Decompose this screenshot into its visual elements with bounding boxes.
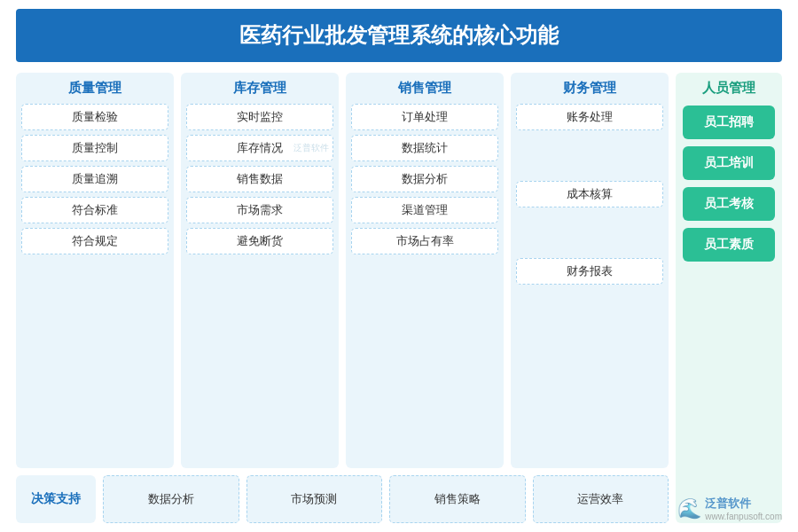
list-item: 销售数据 [186, 166, 333, 192]
watermark-overlay: 泛普软件 [293, 142, 329, 154]
col-quality: 质量管理 质量检验 质量控制 质量追溯 符合标准 符合规定 [16, 73, 174, 468]
bottom-item-0: 数据分析 [103, 475, 239, 523]
col-inventory-header: 库存管理 [233, 80, 286, 97]
col-finance-header: 财务管理 [563, 80, 616, 97]
top-row: 质量管理 质量检验 质量控制 质量追溯 符合标准 符合规定 库存管理 实时监控 … [16, 73, 669, 468]
list-item: 渠道管理 [351, 197, 498, 223]
list-item: 符合标准 [21, 197, 168, 223]
watermark-text: 泛普软件 www.fanpusoft.com [705, 496, 782, 521]
btn-quality[interactable]: 员工素质 [683, 228, 775, 262]
list-item: 数据分析 [351, 166, 498, 192]
list-item: 账务处理 [516, 104, 663, 130]
watermark-logo-icon: 🌊 [677, 497, 701, 520]
col-inventory: 库存管理 实时监控 库存情况 泛普软件 销售数据 市场需求 避免断货 [181, 73, 339, 468]
col-personnel-header: 人员管理 [702, 80, 755, 97]
list-item: 数据统计 [351, 135, 498, 161]
btn-recruit[interactable]: 员工招聘 [683, 106, 775, 139]
page-title: 医药行业批发管理系统的核心功能 [16, 9, 782, 62]
bottom-item-3: 运营效率 [533, 475, 669, 523]
main-container: 医药行业批发管理系统的核心功能 质量管理 质量检验 质量控制 质量追溯 符合标准… [0, 0, 798, 532]
bottom-row: 决策支持 数据分析 市场预测 销售策略 运营效率 [16, 475, 669, 523]
list-item: 实时监控 [186, 104, 333, 130]
watermark: 🌊 泛普软件 www.fanpusoft.com [677, 496, 782, 521]
btn-assess[interactable]: 员工考核 [683, 187, 775, 221]
list-item: 质量控制 [21, 135, 168, 161]
watermark-brand: 泛普软件 [705, 496, 751, 512]
bottom-item-1: 市场预测 [246, 475, 383, 523]
bottom-item-2: 销售策略 [389, 475, 526, 523]
bottom-label: 决策支持 [16, 475, 96, 523]
list-item: 库存情况 泛普软件 [186, 135, 333, 161]
col-finance: 财务管理 账务处理 成本核算 财务报表 [511, 73, 669, 468]
col-personnel: 人员管理 员工招聘 员工培训 员工考核 员工素质 [676, 73, 782, 523]
list-item: 质量检验 [21, 104, 168, 130]
list-item: 质量追溯 [21, 166, 168, 192]
content-area: 质量管理 质量检验 质量控制 质量追溯 符合标准 符合规定 库存管理 实时监控 … [16, 73, 782, 523]
list-item: 订单处理 [351, 104, 498, 130]
list-item: 成本核算 [516, 181, 663, 207]
list-item: 避免断货 [186, 228, 333, 254]
list-item: 财务报表 [516, 258, 663, 285]
btn-train[interactable]: 员工培训 [683, 146, 775, 180]
left-columns: 质量管理 质量检验 质量控制 质量追溯 符合标准 符合规定 库存管理 实时监控 … [16, 73, 669, 523]
watermark-url: www.fanpusoft.com [705, 512, 782, 521]
list-item: 市场占有率 [351, 228, 498, 254]
list-item: 符合规定 [21, 228, 168, 254]
list-item: 市场需求 [186, 197, 333, 223]
col-quality-header: 质量管理 [68, 80, 121, 97]
col-sales-header: 销售管理 [398, 80, 451, 97]
col-sales: 销售管理 订单处理 数据统计 数据分析 渠道管理 市场占有率 [346, 73, 504, 468]
